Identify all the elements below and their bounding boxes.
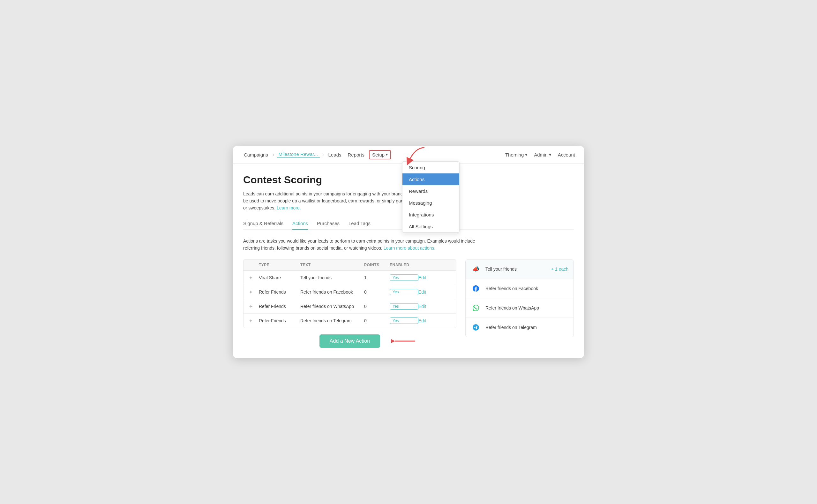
- breadcrumb-sep-1: ›: [273, 152, 274, 157]
- enabled-badge: Yes: [390, 318, 418, 324]
- edit-link[interactable]: Edit: [418, 318, 438, 323]
- panel-item-text: Refer friends on Facebook: [485, 286, 568, 291]
- megaphone-icon: 📣: [471, 264, 481, 274]
- arrow-svg: [391, 337, 417, 345]
- dropdown-actions[interactable]: Actions: [402, 173, 459, 185]
- edit-link[interactable]: Edit: [418, 289, 438, 295]
- facebook-icon: [471, 283, 481, 294]
- drag-handle-icon[interactable]: ✦: [249, 289, 259, 295]
- row-points: 1: [364, 275, 390, 280]
- add-button-row: Add a New Action: [243, 334, 456, 348]
- row-text: Tell your friends: [300, 275, 364, 280]
- admin-chevron-icon: ▾: [549, 152, 551, 157]
- main-window: Campaigns › Milestone Rewar... › Leads R…: [233, 146, 584, 358]
- edit-link[interactable]: Edit: [418, 304, 438, 309]
- table-row: ✦ Refer Friends Refer friends on Faceboo…: [244, 285, 456, 299]
- drag-handle-icon[interactable]: ✦: [249, 318, 259, 324]
- tab-lead-tags[interactable]: Lead Tags: [349, 221, 371, 230]
- actions-table: TYPE TEXT POINTS ENABLED ✦ Viral Share T…: [243, 259, 456, 328]
- table-row: ✦ Refer Friends Refer friends on Telegra…: [244, 314, 456, 328]
- row-points: 0: [364, 318, 390, 323]
- dropdown-messaging[interactable]: Messaging: [402, 197, 459, 209]
- dropdown-rewards[interactable]: Rewards: [402, 185, 459, 197]
- nav-right: Theming ▾ Admin ▾ Account: [505, 152, 575, 157]
- panel-item: 📣 Tell your friends + 1 each: [466, 259, 573, 279]
- table-header: TYPE TEXT POINTS ENABLED: [244, 259, 456, 271]
- th-drag: [249, 263, 259, 267]
- enabled-badge: Yes: [390, 274, 418, 281]
- tab-purchases[interactable]: Purchases: [317, 221, 340, 230]
- breadcrumb-sep-2: ›: [322, 152, 324, 157]
- learn-more-actions-link[interactable]: Learn more about actions.: [384, 245, 436, 251]
- drag-handle-icon[interactable]: ✦: [249, 275, 259, 281]
- whatsapp-icon: [471, 303, 481, 313]
- nav-admin[interactable]: Admin ▾: [534, 152, 551, 157]
- panel-item: Refer friends on WhatsApp: [466, 298, 573, 318]
- two-col-layout: TYPE TEXT POINTS ENABLED ✦ Viral Share T…: [243, 259, 574, 348]
- nav-leads[interactable]: Leads: [327, 152, 343, 157]
- row-points: 0: [364, 289, 390, 295]
- tab-signup-referrals[interactable]: Signup & Referrals: [243, 221, 283, 230]
- add-arrow-annotation: [391, 337, 417, 345]
- dropdown-scoring[interactable]: Scoring: [402, 162, 459, 173]
- nav-reports[interactable]: Reports: [346, 152, 366, 157]
- row-type: Refer Friends: [259, 289, 300, 295]
- enabled-badge: Yes: [390, 289, 418, 295]
- nav-theming[interactable]: Theming ▾: [505, 152, 527, 157]
- row-text: Refer friends on Facebook: [300, 289, 364, 295]
- row-points: 0: [364, 304, 390, 309]
- row-text: Refer friends on WhatsApp: [300, 304, 364, 309]
- nav-left: Campaigns › Milestone Rewar... › Leads R…: [242, 150, 505, 159]
- nav-campaigns[interactable]: Campaigns: [242, 152, 270, 157]
- dropdown-integrations[interactable]: Integrations: [402, 209, 459, 221]
- right-panel: 📣 Tell your friends + 1 each Refer frien…: [465, 259, 574, 337]
- th-text: TEXT: [300, 263, 364, 267]
- th-type: TYPE: [259, 263, 300, 267]
- panel-item-text: Refer friends on WhatsApp: [485, 305, 568, 310]
- drag-handle-icon[interactable]: ✦: [249, 303, 259, 310]
- th-actions: [418, 263, 438, 267]
- panel-item-text: Refer friends on Telegram: [485, 325, 568, 330]
- setup-dropdown: Scoring Actions Rewards Messaging Integr…: [402, 161, 460, 233]
- chevron-down-icon: ▾: [386, 152, 388, 157]
- panel-item: Refer friends on Telegram: [466, 318, 573, 337]
- add-new-action-button[interactable]: Add a New Action: [320, 334, 380, 348]
- left-section: TYPE TEXT POINTS ENABLED ✦ Viral Share T…: [243, 259, 456, 348]
- theming-chevron-icon: ▾: [525, 152, 527, 157]
- nav-milestone[interactable]: Milestone Rewar...: [277, 151, 320, 158]
- panel-item-text: Tell your friends: [485, 267, 547, 272]
- panel-item-points: + 1 each: [551, 267, 568, 272]
- table-row: ✦ Refer Friends Refer friends on WhatsAp…: [244, 299, 456, 314]
- row-type: Viral Share: [259, 275, 300, 280]
- dropdown-all-settings[interactable]: All Settings: [402, 221, 459, 232]
- actions-description: Actions are tasks you would like your le…: [243, 237, 486, 252]
- nav-setup[interactable]: Setup ▾: [369, 150, 391, 159]
- row-text: Refer friends on Telegram: [300, 318, 364, 323]
- edit-link[interactable]: Edit: [418, 275, 438, 280]
- row-type: Refer Friends: [259, 318, 300, 323]
- th-points: POINTS: [364, 263, 390, 267]
- nav-account[interactable]: Account: [558, 152, 575, 157]
- telegram-icon: [471, 322, 481, 332]
- th-enabled: ENABLED: [390, 263, 418, 267]
- enabled-badge: Yes: [390, 303, 418, 310]
- table-row: ✦ Viral Share Tell your friends 1 Yes Ed…: [244, 271, 456, 285]
- row-type: Refer Friends: [259, 304, 300, 309]
- tab-actions[interactable]: Actions: [292, 221, 308, 230]
- learn-more-link[interactable]: Learn more.: [277, 205, 301, 210]
- panel-item: Refer friends on Facebook: [466, 279, 573, 298]
